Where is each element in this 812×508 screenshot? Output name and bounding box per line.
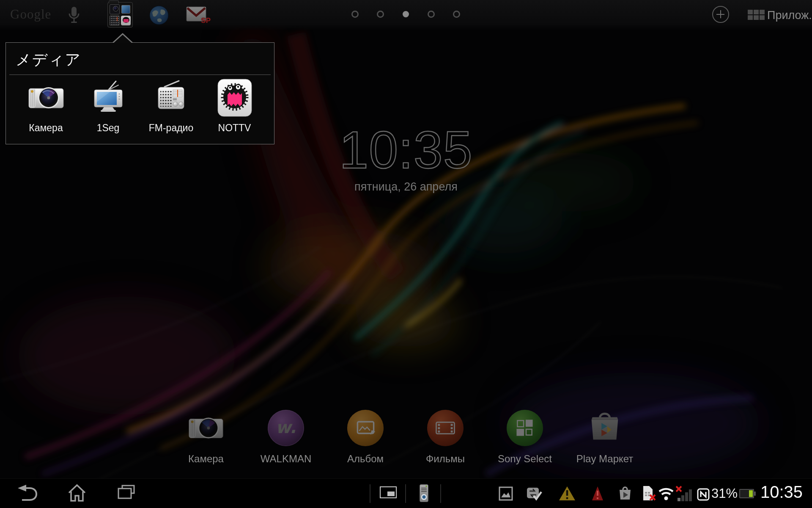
divider [405,484,406,503]
dock-app-label: WALKMAN [252,453,320,465]
page-dot-2[interactable] [377,11,384,18]
sony-select-icon [506,409,544,447]
home-icon[interactable] [66,482,88,504]
dock-app-camera[interactable]: Камера [172,409,240,465]
dock-app-walkman[interactable]: w. WALKMAN [252,409,320,465]
mini-nottv-icon [121,16,131,26]
dock-app-label: Альбом [332,453,399,465]
dock-app-movies[interactable]: Фильмы [411,409,479,465]
apps-label[interactable]: Прилож. [767,9,812,22]
statusbar-clock: 10:35 [760,483,803,502]
recents-icon[interactable] [118,485,136,502]
top-bar: Google SP [0,0,812,30]
sp-mode-mail-icon[interactable]: SP [186,6,206,22]
image-icon [498,486,513,501]
warning-red-icon [591,486,605,502]
folder-separator [9,75,271,75]
media-folder-icon[interactable] [107,2,133,28]
dock-app-label: Фильмы [411,453,479,465]
folder-title: メディア [16,50,81,70]
dock-app-label: Sony Select [491,453,559,465]
camera-app-icon [27,78,66,117]
mini-radio-icon [110,16,120,26]
warning-yellow-icon [558,486,576,502]
folder-app-label: FM-радио [140,122,203,134]
microphone-icon[interactable] [69,6,80,25]
mini-camera-icon [110,4,120,14]
dock-app-play-market[interactable]: Play Маркет [571,409,639,465]
play-store-icon [586,409,624,447]
play-store-notification-icon [617,485,633,502]
browser-globe-icon[interactable] [149,5,169,25]
mini-tv-icon [121,5,131,14]
page-indicator[interactable] [351,10,460,18]
dock-app-label: Play Маркет [571,453,639,465]
sync-done-icon [526,486,543,502]
nfc-icon [697,488,710,501]
add-plus-icon[interactable] [712,6,729,23]
folder-app-label: 1Seg [77,122,140,134]
album-icon [346,409,384,447]
dock-app-sony-select[interactable]: Sony Select [491,409,559,465]
folder-app-1seg[interactable]: 1Seg [77,78,140,142]
sp-mail-badge: SP [201,17,211,25]
home-screen: Google SP [0,0,812,508]
clock-date: пятница, 26 апреля [0,180,812,193]
battery-icon [739,489,754,498]
divider [370,484,370,503]
divider [440,484,441,503]
fm-radio-icon [152,78,191,117]
sim-error-icon [641,485,656,502]
remote-control-icon[interactable] [420,484,428,502]
folder-app-fm-radio[interactable]: FM-радио [140,78,203,142]
media-folder-popup: メディア Камера [5,42,274,144]
folder-app-nottv[interactable]: NOTTV [203,78,266,142]
google-search-widget[interactable]: Google [10,7,51,22]
back-icon[interactable] [16,484,41,502]
svg-text:w.: w. [276,418,296,437]
status-tray[interactable]: 31% 10:35 [495,479,812,508]
folder-app-label: NOTTV [203,122,266,134]
folder-app-camera[interactable]: Камера [14,78,77,142]
wifi-icon [658,486,674,501]
page-dot-3[interactable] [403,11,409,17]
dock-app-label: Камера [172,453,240,465]
system-bar: 31% 10:35 [0,478,812,508]
dock-app-album[interactable]: Альбом [332,409,399,465]
apps-grid-icon[interactable] [748,10,765,20]
folder-app-label: Камера [14,122,77,134]
small-window-icon[interactable] [380,486,397,498]
camera-app-icon [187,409,225,447]
dock: Камера w. WALKMAN Альбом [0,409,812,472]
tv-1seg-icon [89,78,128,117]
nottv-icon [215,78,254,117]
page-dot-5[interactable] [453,11,460,18]
page-dot-1[interactable] [351,11,359,18]
walkman-icon: w. [267,409,305,447]
signal-error-icon [675,485,694,502]
battery-percent: 31% [711,486,738,501]
page-dot-4[interactable] [428,11,435,18]
movies-icon [426,409,464,447]
